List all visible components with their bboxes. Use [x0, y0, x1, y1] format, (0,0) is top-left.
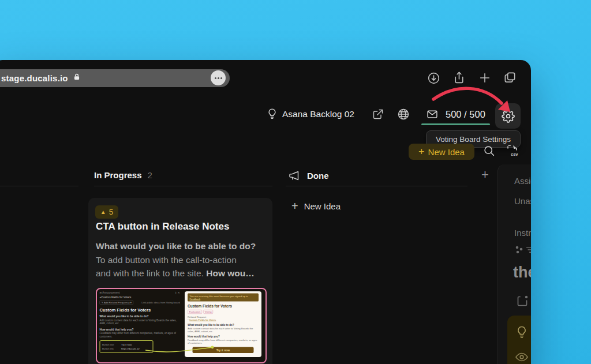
done-divider [286, 186, 467, 186]
downloads-button[interactable] [427, 72, 440, 85]
card-question: What would you like to be able to do? [96, 241, 256, 251]
url-text: stage.ducalis.io [1, 73, 68, 83]
email-q1: What would you like to be able to do? [188, 324, 259, 327]
sidebar-big-text: the [513, 264, 531, 282]
new-idea-list-item[interactable]: + New Idea [291, 200, 341, 212]
attachment-doc-title: +Custom Fields for Voters [100, 295, 180, 299]
column-title: Done [307, 171, 329, 181]
email-heading: Custom Fields for Voters [188, 304, 259, 309]
idea-details-sidebar: Assig Unass Instru the [498, 164, 531, 364]
email-q2: How would that help you? [188, 335, 259, 338]
related-link: Custom Fields for Voters [189, 318, 216, 321]
search-button[interactable] [483, 145, 495, 157]
browser-window: stage.ducalis.io Asana Backlog 02 [0, 60, 531, 364]
copy-link-icon[interactable] [515, 294, 529, 308]
lock-icon [73, 73, 81, 84]
external-link-button[interactable] [372, 108, 384, 120]
link-public-hint: Link public ideas from Voting board [141, 301, 179, 304]
column-title: In Progress [94, 170, 142, 180]
envelope-icon [426, 108, 439, 120]
button-config-box: Button textTry it now Button linkhttps:/… [100, 340, 154, 353]
filter-lines-icon[interactable] [525, 244, 531, 256]
assignee-label: Assig [514, 176, 531, 186]
close-icon: ↥ ✕ [175, 291, 180, 294]
card-text-line2: To add button with the call-to-action [96, 255, 237, 265]
card-description: What would you like to be able to do? To… [96, 239, 264, 280]
instruction-label: Instru [514, 228, 531, 238]
public-globe-button[interactable] [397, 108, 410, 121]
voting-widget-panel [507, 316, 531, 364]
attachment-left-pane: ⊞ Announcement ↥ ✕ +Custom Fields for Vo… [97, 289, 182, 362]
new-idea-button[interactable]: + New Idea [409, 144, 474, 160]
field-label: Button text [102, 343, 117, 346]
screenshot-stage: stage.ducalis.io Asana Backlog 02 [0, 0, 591, 364]
new-tab-button[interactable] [478, 72, 491, 84]
plus-icon: + [418, 147, 425, 157]
card-text-truncated: How wou… [206, 268, 255, 278]
email-tag: Voting [203, 310, 213, 314]
share-button[interactable] [452, 71, 466, 84]
add-column-button[interactable]: + [481, 168, 489, 181]
email-a2: Feedback may differ from different compa… [188, 339, 259, 345]
attachment-email-preview: You are receiving this email because you… [185, 291, 261, 357]
left-column-divider [0, 186, 78, 186]
csv-icon: csv [507, 144, 519, 157]
attachment-image[interactable]: ⊞ Announcement ↥ ✕ +Custom Fields for Vo… [96, 288, 267, 363]
lightbulb-icon[interactable] [515, 325, 529, 339]
field-value: https://ducalis.io/ [121, 347, 140, 350]
board-title: Asana Backlog 02 [282, 109, 354, 119]
quota-underline [421, 123, 490, 125]
field-label: Button link [102, 347, 117, 350]
attachment-a2: Feedback may differ from different compa… [100, 332, 180, 338]
plus-icon: + [291, 200, 298, 212]
column-count: 2 [148, 170, 152, 180]
eye-icon[interactable] [515, 350, 529, 364]
page-options-button[interactable] [211, 70, 226, 85]
card-title: CTA button in Release Notes [96, 221, 229, 232]
gear-icon [502, 110, 515, 123]
address-bar[interactable]: stage.ducalis.io [0, 69, 230, 87]
unassigned-value: Unass [514, 196, 531, 206]
voting-board-settings-button[interactable] [495, 103, 521, 129]
email-quota[interactable]: 500 / 500 [426, 108, 485, 120]
email-quota-value: 500 / 500 [446, 109, 485, 120]
email-tag: Evaluation [188, 310, 202, 314]
email-a1: Add custom contact data for each voter t… [188, 327, 259, 333]
card-text-line3: and with the link to the site. [96, 268, 206, 278]
new-idea-button-label: New Idea [428, 147, 465, 157]
idea-card[interactable]: ▲ 5 CTA button in Release Notes What wou… [88, 198, 272, 364]
column-header-done: Done [288, 170, 329, 182]
svg-text:csv: csv [511, 152, 518, 157]
megaphone-icon [288, 170, 300, 182]
attachment-q2: How would that help you? [100, 328, 180, 331]
email-banner-link: Feedback [190, 298, 201, 301]
attachment-a1: Add custom content data for each voter t… [100, 319, 180, 325]
vote-badge[interactable]: ▲ 5 [95, 205, 118, 219]
related-frequency-chip: Add Related Frequency [104, 301, 130, 304]
upvote-triangle-icon: ▲ [100, 209, 106, 215]
board-lightbulb-icon [266, 107, 278, 120]
column-header-in-progress: In Progress 2 [94, 170, 152, 180]
tab-overview-button[interactable] [503, 71, 517, 84]
in-progress-divider [94, 186, 272, 186]
field-value: Try it now [121, 343, 132, 346]
shapes-dots-icon[interactable] [514, 244, 525, 258]
attachment-q1: What would you like to be able to do? [100, 315, 180, 318]
csv-export-button[interactable]: csv [507, 144, 519, 160]
try-it-now-button: Try it now [193, 347, 254, 354]
new-idea-item-label: New Idea [304, 201, 341, 211]
vote-count: 5 [109, 208, 114, 216]
attachment-toolbar-label: Announcement [102, 291, 119, 294]
attachment-heading: Custom Fields for Voters [100, 307, 180, 313]
